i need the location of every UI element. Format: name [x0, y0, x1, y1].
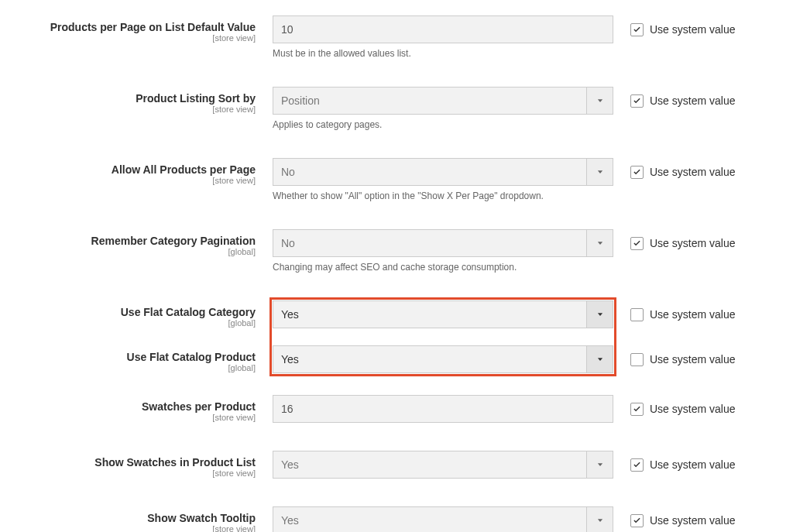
use-system-label: Use system value — [650, 353, 735, 366]
field-label: Swatches per Product — [142, 400, 256, 413]
use-system-col: Use system value — [630, 229, 785, 257]
select-value: Position — [281, 94, 586, 107]
use-system-checkbox[interactable] — [630, 514, 644, 527]
field-scope: [store view] — [23, 105, 256, 114]
use-system-col: Use system value — [630, 345, 785, 373]
select-input: No — [273, 229, 613, 257]
field-label-col: Remember Category Pagination[global] — [23, 229, 256, 256]
use-system-checkbox[interactable] — [630, 94, 644, 108]
config-row: Use Flat Catalog Category[global]YesUse … — [23, 300, 770, 328]
field-input-col: NoChanging may affect SEO and cache stor… — [273, 229, 613, 273]
use-system-checkbox[interactable] — [630, 23, 644, 36]
text-input: 16 — [273, 395, 613, 423]
text-input-value: 10 — [281, 23, 294, 36]
use-system-col: Use system value — [630, 300, 785, 328]
field-label: Use Flat Catalog Product — [127, 351, 256, 363]
chevron-down-icon — [586, 346, 613, 372]
field-label-col: Use Flat Catalog Product[global] — [23, 345, 256, 372]
use-system-label: Use system value — [650, 458, 735, 471]
chevron-down-icon — [586, 159, 613, 185]
use-system-col: Use system value — [630, 451, 785, 479]
field-scope: [store view] — [23, 413, 256, 422]
select-input[interactable]: Yes — [273, 345, 613, 373]
field-label-col: Use Flat Catalog Category[global] — [23, 300, 256, 328]
field-label-col: Product Listing Sort by[store view] — [23, 87, 256, 114]
select-value: No — [281, 166, 586, 178]
field-input-col: Yes — [273, 451, 613, 479]
use-system-checkbox[interactable] — [630, 237, 644, 250]
text-input: 10 — [273, 15, 613, 43]
use-system-checkbox[interactable] — [630, 166, 644, 179]
select-input: Yes — [273, 506, 613, 532]
use-system-checkbox[interactable] — [630, 353, 644, 366]
field-label: Product Listing Sort by — [136, 92, 256, 105]
field-scope: [global] — [23, 247, 256, 256]
field-label-col: Show Swatch Tooltip[store view] — [23, 506, 256, 532]
field-scope: [store view] — [23, 524, 256, 532]
field-label: Show Swatches in Product List — [94, 456, 256, 469]
field-note: Must be in the allowed values list. — [273, 48, 613, 59]
field-input-col: 16 — [273, 395, 613, 423]
field-input-col: Yes — [273, 300, 613, 328]
select-value: Yes — [281, 353, 586, 366]
field-input-col: NoWhether to show "All" option in the "S… — [273, 158, 613, 201]
field-label-col: Products per Page on List Default Value[… — [23, 15, 256, 43]
chevron-down-icon — [586, 451, 613, 478]
field-scope: [store view] — [23, 33, 256, 43]
chevron-down-icon — [586, 88, 613, 114]
chevron-down-icon — [586, 230, 613, 256]
select-input: Position — [273, 87, 613, 115]
use-system-col: Use system value — [630, 395, 785, 423]
config-row: Use Flat Catalog Product[global]YesUse s… — [23, 345, 770, 373]
field-input-col: Yes — [273, 506, 613, 532]
config-row: Swatches per Product[store view]16Use sy… — [23, 395, 770, 423]
use-system-label: Use system value — [650, 166, 735, 178]
config-row: Product Listing Sort by[store view]Posit… — [23, 87, 770, 130]
field-scope: [store view] — [23, 176, 256, 185]
use-system-label: Use system value — [650, 308, 735, 321]
config-row: Products per Page on List Default Value[… — [23, 15, 770, 59]
select-value: Yes — [281, 458, 586, 471]
select-input: No — [273, 158, 613, 186]
field-label-col: Allow All Products per Page[store view] — [23, 158, 256, 185]
config-row: Allow All Products per Page[store view]N… — [23, 158, 770, 201]
use-system-col: Use system value — [630, 87, 785, 115]
use-system-label: Use system value — [650, 237, 735, 249]
field-note: Applies to category pages. — [273, 119, 613, 130]
select-input: Yes — [273, 451, 613, 479]
select-input[interactable]: Yes — [273, 300, 613, 328]
config-row: Show Swatch Tooltip[store view]YesUse sy… — [23, 506, 770, 532]
field-note: Changing may affect SEO and cache storag… — [273, 262, 613, 273]
field-input-col: 10Must be in the allowed values list. — [273, 15, 613, 59]
use-system-label: Use system value — [650, 23, 735, 36]
field-label: Products per Page on List Default Value — [50, 21, 256, 33]
use-system-label: Use system value — [650, 403, 735, 415]
select-value: Yes — [281, 308, 586, 321]
config-row: Show Swatches in Product List[store view… — [23, 451, 770, 479]
use-system-col: Use system value — [630, 506, 785, 532]
chevron-down-icon — [586, 301, 613, 328]
field-label: Use Flat Catalog Category — [121, 306, 256, 318]
config-row: Remember Category Pagination[global]NoCh… — [23, 229, 770, 273]
use-system-col: Use system value — [630, 158, 785, 186]
field-label-col: Show Swatches in Product List[store view… — [23, 451, 256, 478]
field-label: Allow All Products per Page — [112, 163, 256, 176]
field-scope: [global] — [23, 363, 256, 372]
chevron-down-icon — [586, 507, 613, 532]
field-label: Remember Category Pagination — [91, 235, 256, 247]
use-system-label: Use system value — [650, 94, 735, 107]
field-input-col: PositionApplies to category pages. — [273, 87, 613, 130]
select-value: Yes — [281, 514, 586, 527]
field-label: Show Swatch Tooltip — [147, 512, 256, 524]
use-system-checkbox[interactable] — [630, 458, 644, 472]
use-system-checkbox[interactable] — [630, 403, 644, 416]
use-system-label: Use system value — [650, 514, 735, 527]
field-scope: [global] — [23, 318, 256, 328]
text-input-value: 16 — [281, 403, 294, 415]
field-input-col: Yes — [273, 345, 613, 373]
field-note: Whether to show "All" option in the "Sho… — [273, 190, 613, 201]
field-label-col: Swatches per Product[store view] — [23, 395, 256, 422]
select-value: No — [281, 237, 586, 249]
use-system-checkbox[interactable] — [630, 308, 644, 321]
use-system-col: Use system value — [630, 15, 785, 43]
